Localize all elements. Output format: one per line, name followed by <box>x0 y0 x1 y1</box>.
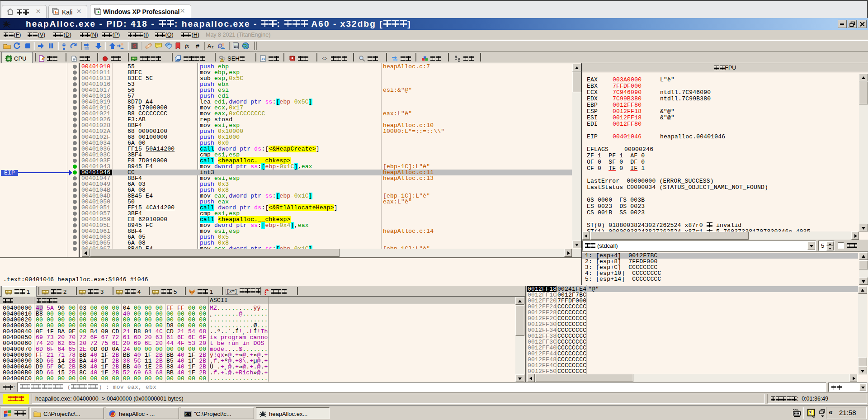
svg-text:z: z <box>212 45 214 49</box>
svg-text:fx: fx <box>185 42 189 49</box>
svg-text:<>: <> <box>322 57 327 61</box>
svg-text:A: A <box>208 43 211 49</box>
svg-text:C:\: C:\ <box>185 413 191 416</box>
svg-text:<>: <> <box>261 57 266 61</box>
svg-text:#: # <box>196 42 199 50</box>
svg-text:?: ? <box>809 410 811 416</box>
svg-text:S: S <box>133 43 136 49</box>
svg-text:32: 32 <box>7 57 10 60</box>
